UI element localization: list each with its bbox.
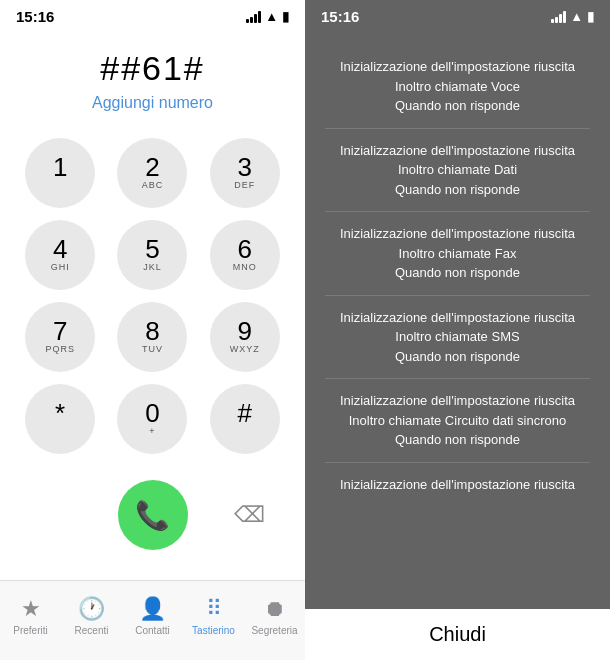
status-time-right: 15:16 xyxy=(321,8,359,25)
phone-icon: 📞 xyxy=(135,499,170,532)
tab-icon-1: 🕐 xyxy=(78,596,105,622)
tab-icon-2: 👤 xyxy=(139,596,166,622)
wifi-icon-right: ▲ xyxy=(570,9,583,24)
key-letters-8: WXYZ xyxy=(230,344,260,356)
tab-bar: ★ Preferiti 🕐 Recenti 👤 Contatti ⠿ Tasti… xyxy=(0,580,305,660)
modal-content: Inizializzazione dell'impostazione riusc… xyxy=(305,29,610,660)
signal-icon-right xyxy=(551,11,566,23)
tab-label-0: Preferiti xyxy=(13,625,47,636)
modal-item: Inizializzazione dell'impostazione riusc… xyxy=(325,463,590,507)
key-number-10: 0 xyxy=(145,400,159,426)
modal-item-line2-1: Inoltro chiamate Dati xyxy=(335,160,580,180)
dialer-number: ##61# xyxy=(100,49,205,88)
modal-item-line2-4: Inoltro chiamate Circuito dati sincrono xyxy=(335,411,580,431)
modal-item-line2-0: Inoltro chiamate Voce xyxy=(335,77,580,97)
key-number-5: 6 xyxy=(238,236,252,262)
key-7[interactable]: 7 PQRS xyxy=(25,302,95,372)
tab-segreteria[interactable]: ⏺ Segreteria xyxy=(244,596,305,636)
signal-icon xyxy=(246,11,261,23)
dialer-panel: 15:16 ▲ ▮ ##61# Aggiungi numero 1 2 ABC … xyxy=(0,0,305,660)
key-letters-1: ABC xyxy=(142,180,164,192)
key-#[interactable]: # xyxy=(210,384,280,454)
tab-icon-3: ⠿ xyxy=(206,596,222,622)
modal-item: Inizializzazione dell'impostazione riusc… xyxy=(325,45,590,129)
modal-close-area[interactable]: Chiudi xyxy=(305,609,610,660)
status-icons-left: ▲ ▮ xyxy=(246,9,289,24)
key-4[interactable]: 4 GHI xyxy=(25,220,95,290)
tab-label-1: Recenti xyxy=(75,625,109,636)
dialer-add-number[interactable]: Aggiungi numero xyxy=(92,94,213,112)
modal-item-line3-1: Quando non risponde xyxy=(335,180,580,200)
key-letters-3: GHI xyxy=(51,262,70,274)
battery-icon-right: ▮ xyxy=(587,9,594,24)
modal-item-line1-2: Inizializzazione dell'impostazione riusc… xyxy=(335,224,580,244)
key-letters-6: PQRS xyxy=(45,344,75,356)
modal-scroll: Inizializzazione dell'impostazione riusc… xyxy=(305,29,610,609)
keypad: 1 2 ABC 3 DEF 4 GHI 5 JKL 6 MNO 7 PQRS 8… xyxy=(0,122,305,470)
modal-item-line3-0: Quando non risponde xyxy=(335,96,580,116)
status-icons-right: ▲ ▮ xyxy=(551,9,594,24)
key-8[interactable]: 8 TUV xyxy=(117,302,187,372)
tab-label-4: Segreteria xyxy=(251,625,297,636)
modal-item-line1-0: Inizializzazione dell'impostazione riusc… xyxy=(335,57,580,77)
dialer-display: ##61# Aggiungi numero xyxy=(0,29,305,122)
call-row: 📞 ⌫ xyxy=(0,470,305,560)
status-bar-right: 15:16 ▲ ▮ xyxy=(305,0,610,29)
key-number-7: 8 xyxy=(145,318,159,344)
modal-item-line1-5: Inizializzazione dell'impostazione riusc… xyxy=(335,475,580,495)
modal-item-line1-1: Inizializzazione dell'impostazione riusc… xyxy=(335,141,580,161)
tab-label-3: Tastierino xyxy=(192,625,235,636)
modal-item-line2-3: Inoltro chiamate SMS xyxy=(335,327,580,347)
tab-preferiti[interactable]: ★ Preferiti xyxy=(0,596,61,636)
key-9[interactable]: 9 WXYZ xyxy=(210,302,280,372)
key-1[interactable]: 1 xyxy=(25,138,95,208)
battery-icon: ▮ xyxy=(282,9,289,24)
tab-contatti[interactable]: 👤 Contatti xyxy=(122,596,183,636)
key-*[interactable]: * xyxy=(25,384,95,454)
modal-item-line3-3: Quando non risponde xyxy=(335,347,580,367)
key-number-2: 3 xyxy=(238,154,252,180)
modal-item-line1-3: Inizializzazione dell'impostazione riusc… xyxy=(335,308,580,328)
key-number-1: 2 xyxy=(145,154,159,180)
key-number-8: 9 xyxy=(238,318,252,344)
modal-item: Inizializzazione dell'impostazione riusc… xyxy=(325,212,590,296)
tab-icon-0: ★ xyxy=(21,596,41,622)
key-2[interactable]: 2 ABC xyxy=(117,138,187,208)
key-letters-4: JKL xyxy=(143,262,162,274)
wifi-icon: ▲ xyxy=(265,9,278,24)
key-letters-2: DEF xyxy=(234,180,255,192)
modal-item-line3-4: Quando non risponde xyxy=(335,430,580,450)
key-5[interactable]: 5 JKL xyxy=(117,220,187,290)
modal-item-line2-2: Inoltro chiamate Fax xyxy=(335,244,580,264)
status-bar-left: 15:16 ▲ ▮ xyxy=(0,0,305,29)
key-letters-10: + xyxy=(149,426,155,438)
delete-button[interactable]: ⌫ xyxy=(234,502,265,528)
close-button[interactable]: Chiudi xyxy=(429,623,486,645)
tab-recenti[interactable]: 🕐 Recenti xyxy=(61,596,122,636)
modal-panel: 15:16 ▲ ▮ Inizializzazione dell'impostaz… xyxy=(305,0,610,660)
key-number-3: 4 xyxy=(53,236,67,262)
key-number-4: 5 xyxy=(145,236,159,262)
key-number-9: * xyxy=(55,400,65,426)
key-number-6: 7 xyxy=(53,318,67,344)
key-number-11: # xyxy=(238,400,252,426)
status-time-left: 15:16 xyxy=(16,8,54,25)
key-6[interactable]: 6 MNO xyxy=(210,220,280,290)
key-0[interactable]: 0 + xyxy=(117,384,187,454)
key-3[interactable]: 3 DEF xyxy=(210,138,280,208)
modal-item-line1-4: Inizializzazione dell'impostazione riusc… xyxy=(335,391,580,411)
key-letters-5: MNO xyxy=(233,262,257,274)
key-number-0: 1 xyxy=(53,154,67,180)
modal-item: Inizializzazione dell'impostazione riusc… xyxy=(325,379,590,463)
tab-icon-4: ⏺ xyxy=(264,596,286,622)
tab-tastierino[interactable]: ⠿ Tastierino xyxy=(183,596,244,636)
call-button[interactable]: 📞 xyxy=(118,480,188,550)
tab-label-2: Contatti xyxy=(135,625,169,636)
key-letters-7: TUV xyxy=(142,344,163,356)
modal-item: Inizializzazione dell'impostazione riusc… xyxy=(325,129,590,213)
modal-item-line3-2: Quando non risponde xyxy=(335,263,580,283)
modal-item: Inizializzazione dell'impostazione riusc… xyxy=(325,296,590,380)
